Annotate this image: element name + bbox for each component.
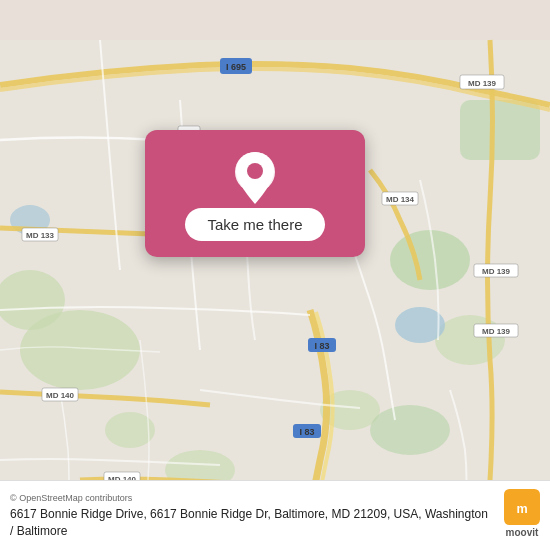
location-card: Take me there — [145, 130, 365, 257]
svg-point-4 — [435, 315, 505, 365]
svg-text:I 83: I 83 — [314, 341, 329, 351]
bottom-bar-content: © OpenStreetMap contributors 6617 Bonnie… — [10, 489, 540, 540]
svg-text:MD 139: MD 139 — [482, 327, 511, 336]
svg-text:MD 140: MD 140 — [46, 391, 75, 400]
svg-rect-5 — [460, 100, 540, 160]
moovit-icon: m — [504, 489, 540, 525]
svg-text:MD 139: MD 139 — [482, 267, 511, 276]
address-text: 6617 Bonnie Ridge Drive, 6617 Bonnie Rid… — [10, 506, 494, 540]
svg-text:MD 139: MD 139 — [468, 79, 497, 88]
svg-text:I 83: I 83 — [299, 427, 314, 437]
osm-attribution: © OpenStreetMap contributors — [10, 493, 494, 503]
bottom-bar: © OpenStreetMap contributors 6617 Bonnie… — [0, 480, 550, 550]
location-pin-icon — [231, 150, 279, 198]
svg-point-9 — [370, 405, 450, 455]
svg-text:m: m — [516, 503, 527, 517]
svg-point-3 — [390, 230, 470, 290]
svg-text:I 695: I 695 — [226, 62, 246, 72]
svg-point-35 — [247, 163, 263, 179]
take-me-there-button[interactable]: Take me there — [185, 208, 324, 241]
svg-text:MD 133: MD 133 — [26, 231, 55, 240]
moovit-label: moovit — [506, 527, 539, 538]
map-background: I 695 MD 139 MD 133 MD 134 MD 139 MD 139… — [0, 0, 550, 550]
svg-text:MD 134: MD 134 — [386, 195, 415, 204]
moovit-logo: m moovit — [504, 489, 540, 538]
map-container: I 695 MD 139 MD 133 MD 134 MD 139 MD 139… — [0, 0, 550, 550]
